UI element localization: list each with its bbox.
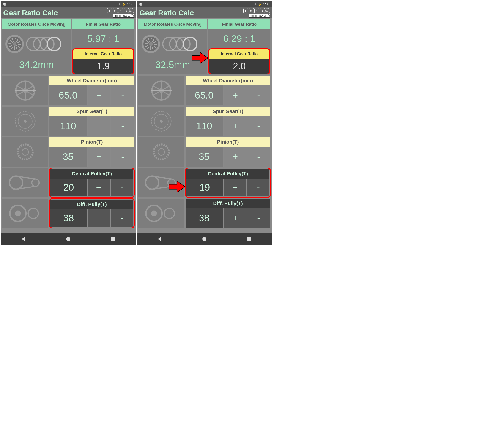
googleplus-icon[interactable]: G+ — [129, 8, 134, 13]
diff-pulley-plus-button[interactable]: + — [224, 208, 246, 228]
wheel-diameter-value[interactable]: 65.0 — [186, 85, 223, 105]
central-pulley-minus-button[interactable]: - — [247, 179, 269, 196]
twitter-icon[interactable]: t — [260, 8, 265, 13]
nav-recent-icon[interactable] — [111, 237, 115, 241]
wheel-diameter-plus-button[interactable]: + — [224, 85, 246, 105]
spur-gear-value[interactable]: 110 — [50, 116, 87, 136]
internal-ratio-value[interactable]: 2.0 — [209, 59, 269, 74]
central-pulley-value[interactable]: 19 — [187, 179, 223, 196]
svg-point-41 — [164, 208, 175, 219]
twitter-icon[interactable]: t — [124, 8, 129, 13]
annotation-arrow-icon — [192, 52, 208, 64]
nav-back-icon[interactable] — [22, 237, 25, 241]
pinion-value[interactable]: 35 — [186, 147, 223, 167]
app-header: Gear Ratio Calc ▶ ◎ f t G+ HobbiesWW — [1, 7, 136, 18]
wheel-diameter-minus-button[interactable]: - — [111, 85, 134, 105]
svg-point-12 — [22, 149, 29, 155]
spur-gear-icon — [2, 107, 48, 136]
phone-screen-left: ✈ ⚡ 1:00 Gear Ratio Calc ▶ ◎ f t G+ Hobb… — [1, 1, 136, 245]
pinion-icon — [138, 137, 184, 167]
googleplus-icon[interactable]: G+ — [265, 8, 270, 13]
wheel-icon — [2, 76, 48, 105]
internal-ratio-panel: Internal Gear Ratio 1.9 — [72, 48, 134, 74]
wheel-icon — [138, 76, 184, 105]
central-pulley-icon — [2, 168, 48, 197]
android-nav-bar — [1, 233, 136, 245]
central-pulley-plus-button[interactable]: + — [88, 179, 110, 196]
pinion-minus-button[interactable]: - — [247, 147, 270, 167]
nav-back-icon[interactable] — [158, 237, 161, 241]
diff-pulley-value[interactable]: 38 — [186, 208, 223, 228]
central-pulley-plus-button[interactable]: + — [224, 179, 246, 196]
svg-point-13 — [9, 176, 23, 189]
svg-point-32 — [160, 120, 163, 123]
nav-home-icon[interactable] — [202, 237, 206, 241]
social-icons: ▶ ◎ f t G+ — [243, 8, 270, 13]
phone-screen-right: ✈ ⚡ 1:00 Gear Ratio Calc ▶ ◎ f t G+ Hobb… — [137, 1, 272, 245]
internal-ratio-label: Internal Gear Ratio — [209, 49, 269, 59]
central-pulley-label: Central Pulley(T) — [187, 169, 269, 179]
wheel-diameter-minus-button[interactable]: - — [247, 85, 270, 105]
svg-point-40 — [151, 210, 157, 216]
youtube-icon[interactable]: ▶ — [107, 8, 112, 13]
svg-point-35 — [146, 176, 159, 189]
instagram-icon[interactable]: ◎ — [249, 8, 254, 13]
central-pulley-value[interactable]: 20 — [50, 179, 87, 196]
wheel-diameter-label: Wheel Diameter(mm) — [50, 76, 134, 85]
spur-gear-row: Spur Gear(T) 110 + - — [138, 107, 270, 136]
final-ratio-value: 5.97 : 1 — [72, 29, 134, 48]
pinion-icon — [2, 137, 48, 167]
spur-gear-label: Spur Gear(T) — [50, 107, 134, 116]
svg-point-14 — [32, 179, 39, 186]
nav-home-icon[interactable] — [66, 237, 70, 241]
youtube-icon[interactable]: ▶ — [243, 8, 248, 13]
status-bar: ✈ ⚡ 1:00 — [1, 1, 136, 7]
wheel-diameter-row: Wheel Diameter(mm) 65.0 + - — [138, 76, 270, 105]
pinion-plus-button[interactable]: + — [87, 147, 110, 167]
diff-pulley-row: Diff. Pully(T) 38 + - — [138, 199, 270, 228]
spur-gear-plus-button[interactable]: + — [87, 116, 110, 136]
motor-distance-value: 32.5mm — [155, 59, 190, 70]
svg-marker-20 — [192, 53, 208, 64]
svg-marker-21 — [169, 181, 185, 192]
instagram-icon[interactable]: ◎ — [113, 8, 118, 13]
wheel-diameter-value[interactable]: 65.0 — [50, 85, 87, 105]
pinion-label: Pinion(T) — [50, 137, 134, 147]
app-header: Gear Ratio Calc ▶ ◎ f t G+ HobbiesWW — [137, 7, 272, 18]
internal-ratio-label: Internal Gear Ratio — [73, 49, 133, 59]
spur-gear-minus-button[interactable]: - — [247, 116, 270, 136]
motor-distance-value: 34.2mm — [19, 59, 54, 70]
central-pulley-label: Central Pulley(T) — [50, 169, 133, 179]
motor-rotation-label: Motor Rotates Once Moving — [2, 19, 71, 29]
svg-point-18 — [15, 210, 21, 216]
central-pulley-minus-button[interactable]: - — [111, 179, 133, 196]
internal-ratio-value[interactable]: 1.9 — [73, 59, 133, 74]
spur-gear-value[interactable]: 110 — [186, 116, 223, 136]
central-pulley-row: Central Pulley(T) 20 + - — [2, 168, 134, 197]
facebook-icon[interactable]: f — [118, 8, 123, 13]
diff-pulley-minus-button[interactable]: - — [247, 208, 270, 228]
wheel-diameter-row: Wheel Diameter(mm) 65.0 + - — [2, 76, 134, 105]
motor-rotation-panel: Motor Rotates Once Moving 34.2mm — [2, 19, 71, 74]
diff-pulley-icon — [2, 199, 48, 228]
central-pulley-row: Central Pulley(T) 19 + - — [138, 168, 270, 197]
battery-charging-icon: ⚡ — [122, 2, 126, 6]
clock-text: 1:00 — [263, 2, 269, 6]
facebook-icon[interactable]: f — [254, 8, 259, 13]
spur-gear-minus-button[interactable]: - — [111, 116, 134, 136]
search-tag[interactable]: HobbiesWW — [249, 14, 270, 18]
spur-gear-plus-button[interactable]: + — [224, 116, 246, 136]
pinion-value[interactable]: 35 — [50, 147, 87, 167]
diff-pulley-value[interactable]: 38 — [50, 209, 87, 227]
search-tag[interactable]: HobbiesWW — [113, 14, 134, 18]
wheel-motion-icon — [3, 33, 70, 55]
final-ratio-label: Finial Gear Ratio — [208, 19, 270, 29]
pinion-plus-button[interactable]: + — [224, 147, 246, 167]
nav-recent-icon[interactable] — [247, 237, 251, 241]
svg-point-10 — [24, 120, 27, 123]
diff-pulley-plus-button[interactable]: + — [88, 209, 110, 227]
status-dot-icon — [139, 2, 142, 6]
pinion-minus-button[interactable]: - — [111, 147, 134, 167]
wheel-diameter-plus-button[interactable]: + — [87, 85, 110, 105]
diff-pulley-minus-button[interactable]: - — [111, 209, 133, 227]
